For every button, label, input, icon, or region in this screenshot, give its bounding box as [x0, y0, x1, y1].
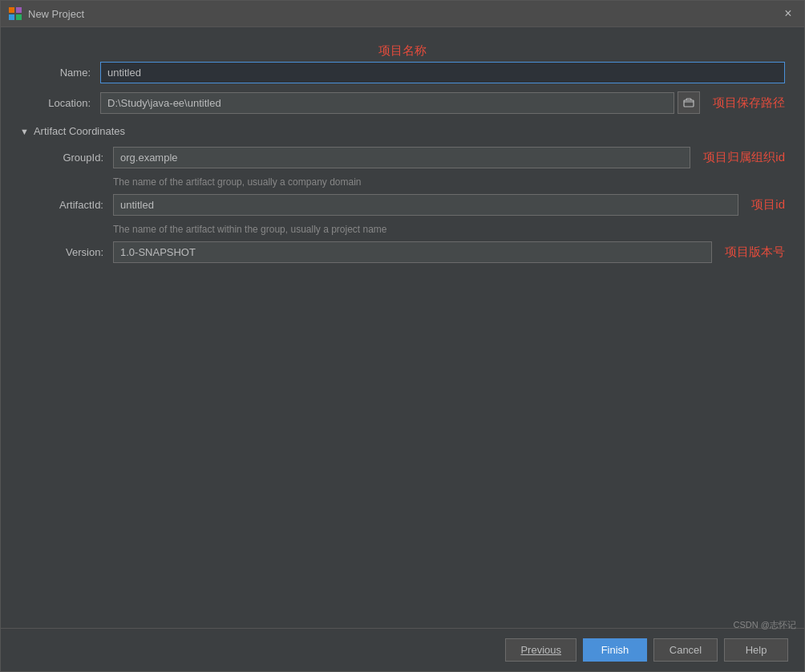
- title-bar: New Project ×: [1, 1, 804, 27]
- watermark: CSDN @志怀记: [734, 619, 796, 631]
- groupid-hint: The name of the artifact group, usually …: [113, 176, 785, 188]
- artifactid-row: ArtifactId: 项目id: [33, 194, 785, 216]
- groupid-row: GroupId: 项目归属组织id: [33, 147, 785, 168]
- groupid-input-wrapper: [113, 147, 690, 168]
- artifactid-input[interactable]: [113, 194, 738, 216]
- finish-button[interactable]: Finish: [583, 638, 647, 662]
- location-row: Location: 项目保存路径: [20, 91, 785, 114]
- annotation-project-name: 项目名称: [20, 43, 785, 59]
- annotation-groupid: 项目归属组织id: [703, 150, 785, 165]
- svg-rect-0: [9, 7, 14, 13]
- svg-rect-2: [9, 14, 14, 20]
- dialog-footer: Previous Finish Cancel Help: [1, 628, 804, 671]
- svg-rect-1: [16, 7, 22, 13]
- location-input[interactable]: [100, 92, 674, 114]
- new-project-dialog: New Project × 项目名称 Name: Location:: [0, 0, 805, 672]
- dialog-title: New Project: [28, 8, 774, 20]
- help-button[interactable]: Help: [724, 638, 788, 662]
- artifact-section-header: ▼ Artifact Coordinates: [20, 125, 785, 137]
- close-button[interactable]: ×: [780, 6, 796, 22]
- name-label: Name:: [20, 67, 100, 79]
- cancel-button[interactable]: Cancel: [653, 638, 718, 662]
- app-icon: [9, 7, 22, 20]
- annotation-artifactid: 项目id: [751, 197, 785, 213]
- artifactid-label: ArtifactId:: [33, 199, 113, 211]
- name-row: Name:: [20, 62, 785, 83]
- version-label: Version:: [33, 246, 113, 258]
- artifact-section-title: Artifact Coordinates: [34, 125, 125, 137]
- artifactid-hint: The name of the artifact within the grou…: [113, 224, 785, 235]
- location-wrapper: [100, 91, 700, 114]
- location-label: Location:: [20, 97, 100, 109]
- version-row: Version: 项目版本号: [33, 241, 785, 263]
- artifact-section-content: GroupId: 项目归属组织id The name of the artifa…: [33, 147, 785, 271]
- browse-button[interactable]: [678, 91, 700, 114]
- version-input[interactable]: [113, 241, 712, 263]
- annotation-project-path: 项目保存路径: [713, 95, 785, 111]
- version-input-wrapper: [113, 241, 712, 263]
- dialog-content: 项目名称 Name: Location: 项目保存路径: [1, 27, 804, 628]
- groupid-input[interactable]: [113, 147, 690, 168]
- svg-rect-3: [16, 14, 22, 20]
- svg-rect-4: [684, 100, 694, 107]
- artifactid-input-wrapper: [113, 194, 738, 216]
- collapse-icon[interactable]: ▼: [20, 127, 29, 136]
- name-input-wrapper: [100, 62, 785, 83]
- previous-button[interactable]: Previous: [505, 638, 576, 662]
- annotation-version: 项目版本号: [725, 245, 785, 260]
- name-input[interactable]: [100, 62, 785, 83]
- groupid-label: GroupId:: [33, 152, 113, 164]
